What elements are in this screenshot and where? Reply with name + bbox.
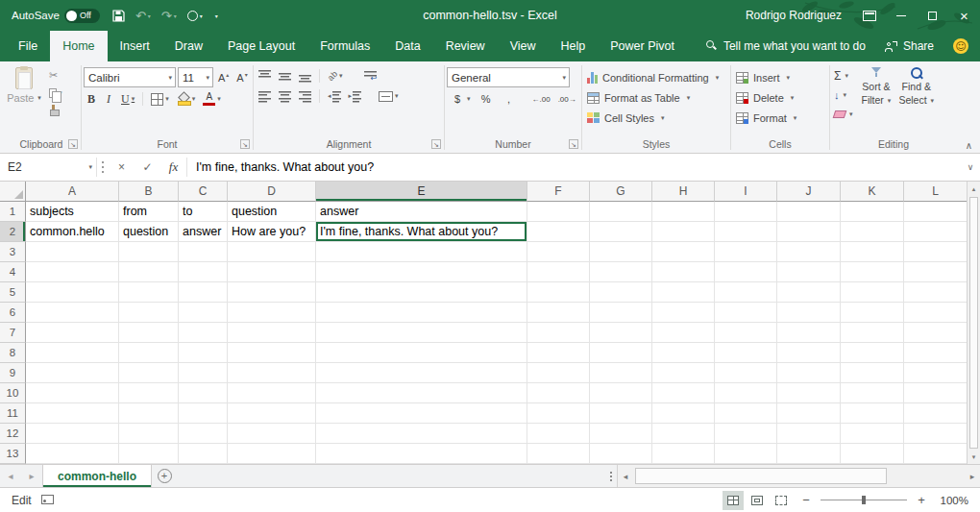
cell-E3[interactable] <box>316 242 527 262</box>
orientation-button[interactable]: ab ▾ <box>325 67 346 85</box>
cell-C5[interactable] <box>179 282 228 303</box>
cell-J1[interactable] <box>777 202 841 222</box>
close-button[interactable]: × <box>948 0 980 31</box>
cell-F1[interactable] <box>527 202 590 222</box>
cell-J13[interactable] <box>777 444 841 464</box>
user-name[interactable]: Rodrigo Rodriguez <box>746 9 842 22</box>
row-header-3[interactable]: 3 <box>0 242 26 262</box>
cell-D5[interactable] <box>228 282 316 303</box>
cut-button[interactable]: ✂ <box>46 68 65 83</box>
cell-K12[interactable] <box>841 424 904 444</box>
conditional-formatting-button[interactable]: Conditional Formatting ▾ <box>584 68 728 86</box>
cell-B10[interactable] <box>119 383 179 403</box>
cell-A8[interactable] <box>26 343 119 363</box>
cell-I11[interactable] <box>715 403 777 424</box>
cell-J8[interactable] <box>777 343 841 363</box>
cell-A7[interactable] <box>26 323 119 343</box>
paste-button[interactable]: Paste ▾ <box>4 64 44 137</box>
cell-B12[interactable] <box>119 424 179 444</box>
normal-view-button[interactable] <box>723 491 744 510</box>
zoom-slider[interactable] <box>821 495 907 506</box>
column-header-B[interactable]: B <box>119 182 179 202</box>
cell-B7[interactable] <box>119 323 179 343</box>
row-header-6[interactable]: 6 <box>0 303 26 323</box>
column-header-C[interactable]: C <box>179 182 228 202</box>
cell-K5[interactable] <box>841 282 904 303</box>
cell-G9[interactable] <box>590 363 652 383</box>
tab-help[interactable]: Help <box>549 31 599 61</box>
cell-G4[interactable] <box>590 262 652 282</box>
cell-G12[interactable] <box>590 424 652 444</box>
cell-D7[interactable] <box>228 323 316 343</box>
cell-I5[interactable] <box>715 282 777 303</box>
format-painter-button[interactable] <box>46 103 65 117</box>
cell-K2[interactable] <box>841 222 904 242</box>
cell-G8[interactable] <box>590 343 652 363</box>
cell-J12[interactable] <box>777 424 841 444</box>
copy-button[interactable]: ▾ <box>46 85 65 100</box>
increase-decimal-button[interactable]: ←.00 <box>529 90 553 108</box>
cell-H10[interactable] <box>652 383 715 403</box>
cell-D1[interactable]: question <box>228 202 316 222</box>
borders-button[interactable]: ▾ <box>148 90 172 108</box>
cell-D6[interactable] <box>228 303 316 323</box>
horizontal-scrollbar[interactable]: ◂ ▸ <box>617 465 980 487</box>
cell-L13[interactable] <box>904 444 967 464</box>
cell-K11[interactable] <box>841 403 904 424</box>
scroll-up-button[interactable]: ▴ <box>968 182 980 196</box>
formula-bar-expand-button[interactable]: ∨ <box>961 154 980 181</box>
decrease-indent-button[interactable]: ◂ <box>325 87 344 105</box>
font-name-select[interactable]: Calibri ▾ <box>84 67 176 87</box>
cell-H6[interactable] <box>652 303 715 323</box>
tab-page-layout[interactable]: Page Layout <box>215 31 307 61</box>
cell-F13[interactable] <box>527 444 590 464</box>
zoom-out-button[interactable]: − <box>800 493 812 507</box>
name-box[interactable]: E2 ▾ <box>0 154 96 181</box>
column-header-F[interactable]: F <box>527 182 590 202</box>
cell-H13[interactable] <box>652 444 715 464</box>
tab-home[interactable]: Home <box>50 31 107 61</box>
dialog-launcher-icon[interactable]: ↘ <box>431 139 441 149</box>
cell-C9[interactable] <box>179 363 228 383</box>
cell-E4[interactable] <box>316 262 527 282</box>
cell-F9[interactable] <box>527 363 590 383</box>
cell-E13[interactable] <box>316 444 527 464</box>
cell-K7[interactable] <box>841 323 904 343</box>
cell-G1[interactable] <box>590 202 652 222</box>
cell-B1[interactable]: from <box>119 202 179 222</box>
cell-C8[interactable] <box>179 343 228 363</box>
cell-A5[interactable] <box>26 282 119 303</box>
cell-E1[interactable]: answer <box>316 202 527 222</box>
cell-L6[interactable] <box>904 303 967 323</box>
cell-L10[interactable] <box>904 383 967 403</box>
save-button[interactable] <box>108 3 130 28</box>
cell-K4[interactable] <box>841 262 904 282</box>
fill-button[interactable]: ↓ ▾ <box>832 86 855 104</box>
cell-E6[interactable] <box>316 303 527 323</box>
scroll-right-button[interactable]: ▸ <box>965 465 980 487</box>
cell-K3[interactable] <box>841 242 904 262</box>
decrease-decimal-button[interactable]: .00→ <box>555 90 579 108</box>
cell-D13[interactable] <box>228 444 316 464</box>
horizontal-scroll-track[interactable] <box>633 465 965 487</box>
cell-A4[interactable] <box>26 262 119 282</box>
tab-review[interactable]: Review <box>433 31 498 61</box>
cell-K10[interactable] <box>841 383 904 403</box>
feedback-smiley-button[interactable]: ☺ <box>953 38 968 54</box>
column-header-E[interactable]: E <box>316 182 527 202</box>
scroll-down-button[interactable]: ▾ <box>968 450 980 464</box>
new-sheet-button[interactable]: + <box>152 465 177 487</box>
cell-L5[interactable] <box>904 282 967 303</box>
cell-E8[interactable] <box>316 343 527 363</box>
cell-G6[interactable] <box>590 303 652 323</box>
vertical-scroll-thumb[interactable] <box>969 197 978 449</box>
page-break-view-button[interactable] <box>771 491 792 510</box>
cell-G10[interactable] <box>590 383 652 403</box>
dialog-launcher-icon[interactable]: ↘ <box>569 139 578 149</box>
font-color-button[interactable]: A ▾ <box>200 90 224 108</box>
vertical-scrollbar[interactable]: ▴ ▾ <box>967 182 980 464</box>
row-header-2[interactable]: 2 <box>0 222 26 242</box>
delete-cells-button[interactable]: Delete ▾ <box>733 88 827 107</box>
cell-C12[interactable] <box>179 424 228 444</box>
cell-J6[interactable] <box>777 303 841 323</box>
